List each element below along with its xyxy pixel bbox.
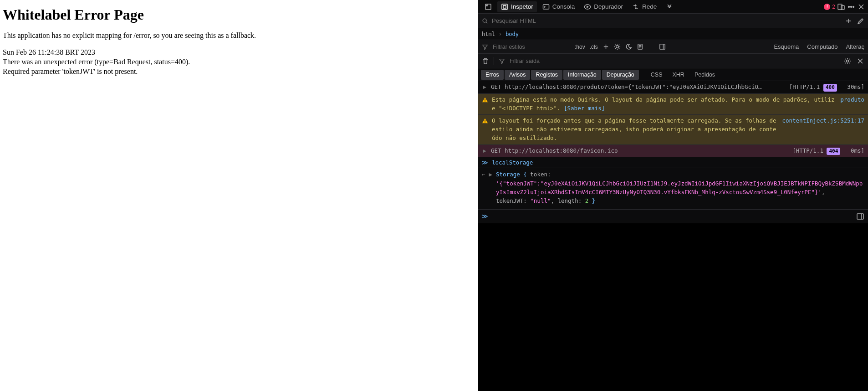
url: http://localhost:8080/produto?token={"to… [505,83,761,90]
hov-toggle[interactable]: :hov [575,44,585,50]
svg-point-9 [853,6,854,7]
disclosure-icon: ▶ [482,147,487,155]
tab-console-label: Consola [552,3,575,10]
method: GET [491,147,501,154]
error-summary: There was an unexpected error (type=Bad … [3,57,475,67]
source-link[interactable]: produto [840,96,864,103]
protocol: [HTTP/1.1 [789,83,820,90]
tab-inspector-label: Inspetor [511,3,533,10]
svg-point-10 [483,19,486,22]
sidebar-toggle-icon[interactable] [856,212,864,221]
tab-debugger[interactable]: Depurador [580,1,627,12]
ctab-requests[interactable]: Pedidos [690,70,720,80]
tab-network-label: Rede [642,3,657,10]
ctab-xhr[interactable]: XHR [668,70,689,80]
input-prompt-icon: ≫ [482,213,488,220]
tab-network[interactable]: Rede [628,1,660,12]
back-arrow-icon: ← [482,170,485,206]
svg-rect-19 [857,214,863,219]
filter-icon [499,58,505,64]
crumb-html[interactable]: html [482,31,495,37]
responsive-mode-icon[interactable] [837,3,845,11]
prop-value: 2 [585,197,589,204]
layout-panel-icon[interactable] [659,43,666,50]
add-rule-icon[interactable] [602,43,609,50]
log-layout-warning[interactable]: O layout foi forçado antes que a página … [478,115,868,144]
html-search-input[interactable] [492,17,841,24]
add-node-icon[interactable] [844,17,853,25]
object-prefix: Storage { [496,171,530,178]
clear-console-icon[interactable] [482,57,489,65]
ctab-info[interactable]: Informação [563,70,601,80]
console-result: ← ▶ Storage { token: '{"tokenJWT":"eyJ0e… [478,168,868,210]
eyedropper-icon[interactable] [856,17,864,25]
ctab-warnings[interactable]: Avisos [505,70,531,80]
tab-console[interactable]: Consola [539,1,579,12]
prop-key: token: [530,171,551,178]
svg-point-14 [847,60,849,62]
tab-inspector[interactable]: Inspetor [497,1,537,12]
tab-computed[interactable]: Computado [807,43,837,50]
close-drawer-icon[interactable] [856,57,864,65]
error-count: 2 [832,4,835,10]
prop-value: "null" [530,197,551,204]
console-input-row[interactable]: ≫ [478,210,868,223]
dark-scheme-icon[interactable] [625,43,632,50]
dock-button[interactable] [481,1,495,12]
ctab-debug[interactable]: Depuração [602,70,639,80]
ctab-errors[interactable]: Erros [481,70,504,80]
overflow-tabs-button[interactable] [662,1,677,12]
close-devtools-icon[interactable] [857,3,865,11]
warning-icon [482,118,488,124]
console-filter-input[interactable] [510,58,601,64]
cls-toggle[interactable]: .cls [590,44,598,50]
console-drawer-toolbar [478,54,868,68]
dom-breadcrumbs: html › body [478,28,868,40]
console-output: ▶ GET http://localhost:8080/produto?toke… [478,81,868,223]
object-suffix: } [592,197,596,204]
light-scheme-icon[interactable] [614,43,621,50]
input-prompt-icon: ≫ [482,159,488,166]
source-link[interactable]: contentInject.js:5251:17 [782,117,864,124]
method: GET [491,83,501,90]
prop-key: tokenJWT: [496,197,530,204]
log-quirks-warning[interactable]: Esta página está no modo Quirks. O layou… [478,94,868,115]
svg-rect-18 [485,122,485,123]
tab-debugger-label: Depurador [594,3,623,10]
tab-changes[interactable]: Alteraç [846,43,864,50]
command-text: localStorage [492,159,533,166]
timestamp: Sun Feb 26 11:24:38 BRT 2023 [3,48,475,57]
styles-filter-input[interactable] [493,44,570,50]
svg-rect-17 [485,120,485,122]
error-count-badge[interactable]: ! 2 [824,4,835,10]
log-network-request[interactable]: ▶ GET http://localhost:8080/produto?toke… [478,81,868,94]
ctab-css[interactable]: CSS [646,70,667,80]
protocol: [HTTP/1.1 [792,147,823,154]
disclosure-icon[interactable]: ▶ [489,170,493,206]
prop-value: '{"tokenJWT":"eyJ0eXAiOiJKV1QiLCJhbGciOi… [496,180,863,196]
status-badge: 400 [823,84,837,92]
learn-more-link[interactable]: [Saber mais] [564,105,605,112]
ctab-logs[interactable]: Registos [531,70,562,80]
error-detail: Required parameter 'tokenJWT' is not pre… [3,67,475,77]
svg-point-8 [851,6,852,7]
console-filter-tabs: Erros Avisos Registos Informação Depuraç… [478,68,868,81]
print-media-icon[interactable] [637,43,643,50]
console-settings-icon[interactable] [843,57,852,65]
filter-icon [482,44,488,50]
svg-rect-15 [485,99,485,101]
html-search-bar [478,14,868,28]
log-favicon-request[interactable]: ▶ GET http://localhost:8080/favicon.ico … [478,145,868,158]
crumb-body[interactable]: body [505,31,519,37]
console-command: ≫ localStorage [478,157,868,168]
tab-layout[interactable]: Esquema [774,43,799,50]
search-icon [482,18,488,24]
page-title: Whitelabel Error Page [3,6,475,23]
fallback-message: This application has no explicit mapping… [3,31,475,40]
chevron-right-icon: › [499,31,502,37]
warning-text: O layout foi forçado antes que a página … [492,117,778,142]
disclosure-icon: ▶ [482,83,487,92]
meatball-menu-icon[interactable] [847,3,855,11]
warning-text: Esta página está no modo Quirks. O layou… [492,96,835,112]
devtools-panel: Inspetor Consola Depurador Rede ! 2 [478,0,868,391]
